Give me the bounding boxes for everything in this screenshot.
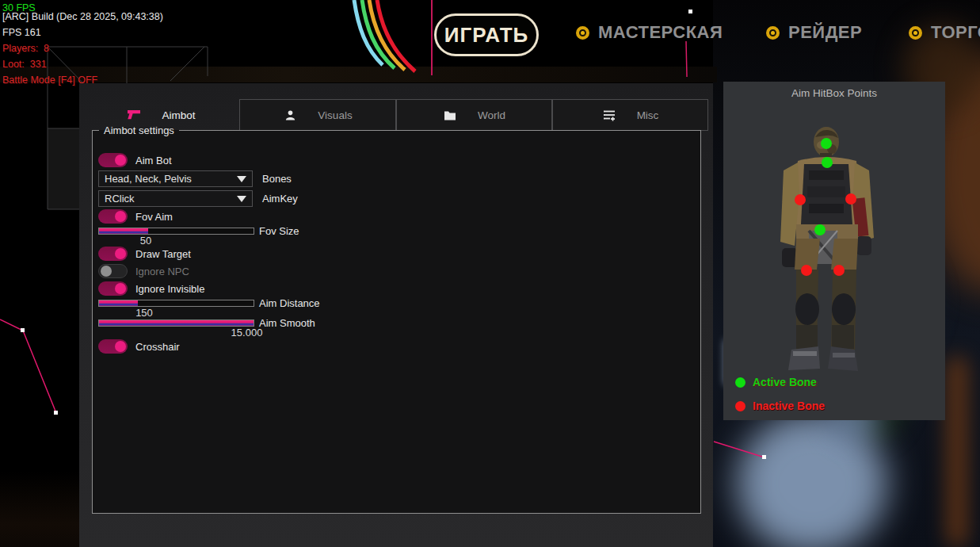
coin-icon bbox=[576, 26, 589, 40]
fov-aim-label: Fov Aim bbox=[135, 211, 173, 223]
chevron-down-icon bbox=[237, 196, 246, 202]
tab-visuals[interactable]: Visuals bbox=[239, 99, 396, 131]
fov-aim-toggle[interactable] bbox=[98, 209, 128, 224]
slider-fill bbox=[99, 300, 138, 306]
person-icon bbox=[283, 109, 297, 121]
players-text: Players: 8 bbox=[2, 40, 163, 56]
toggle-knob bbox=[101, 266, 112, 277]
aimkey-label: AimKey bbox=[262, 193, 298, 205]
ignore-invisible-row: Ignore Invisible bbox=[98, 281, 204, 296]
tab-label: Aimbot bbox=[162, 109, 195, 121]
legend-inactive-bone: Inactive Bone bbox=[735, 400, 825, 412]
fov-aim-row: Fov Aim bbox=[98, 209, 173, 224]
toggle-knob bbox=[115, 341, 126, 352]
aim-distance-row: 150 Aim Distance bbox=[98, 300, 254, 319]
coin-icon bbox=[909, 26, 922, 40]
aim-distance-label: Aim Distance bbox=[259, 297, 320, 309]
fps-text: FPS 161 bbox=[2, 25, 163, 40]
aim-smooth-row: 15.000 Aim Smooth bbox=[98, 319, 254, 339]
hitbox-panel: Aim HitBox Points bbox=[723, 82, 945, 420]
toggle-knob bbox=[115, 155, 126, 166]
coin-icon bbox=[766, 26, 780, 40]
tab-world[interactable]: World bbox=[396, 99, 552, 131]
crosshair-toggle[interactable] bbox=[98, 339, 128, 354]
aim-distance-value: 150 bbox=[124, 307, 164, 319]
ignore-npc-label: Ignore NPC bbox=[135, 266, 189, 277]
inactive-bone-dot-icon bbox=[735, 401, 745, 411]
hitbox-point-head[interactable] bbox=[821, 138, 832, 149]
chevron-down-icon bbox=[237, 176, 246, 182]
play-button[interactable]: ИГРАТЬ bbox=[434, 13, 539, 56]
slider-fill bbox=[99, 228, 148, 234]
hitbox-point-right-hip[interactable] bbox=[833, 265, 845, 276]
left-floor-shadow bbox=[0, 472, 79, 547]
hitbox-point-pelvis[interactable] bbox=[814, 224, 826, 235]
menu-item-label: МАСТЕРСКАЯ bbox=[598, 22, 723, 43]
draw-target-row: Draw Target bbox=[98, 247, 191, 261]
aim-distance-slider[interactable] bbox=[98, 300, 254, 307]
aimkey-dropdown[interactable]: RClick bbox=[98, 190, 253, 207]
toggle-knob bbox=[115, 248, 126, 259]
pistol-icon bbox=[127, 109, 141, 121]
menu-item-label: ТОРГО bbox=[931, 22, 980, 43]
ignore-invisible-toggle[interactable] bbox=[98, 281, 128, 296]
hitbox-point-neck[interactable] bbox=[822, 157, 833, 168]
aimkey-row: RClick AimKey bbox=[98, 190, 298, 207]
crosshair-label: Crosshair bbox=[135, 341, 180, 353]
toggle-knob bbox=[115, 211, 126, 222]
build-text: [ARC] Build (Dec 28 2025, 09:43:38) bbox=[2, 9, 163, 25]
crosshair-row: Crosshair bbox=[98, 339, 180, 354]
hitbox-point-left-hip[interactable] bbox=[801, 265, 812, 276]
menu-item-workshop[interactable]: МАСТЕРСКАЯ bbox=[576, 22, 723, 43]
draw-target-toggle[interactable] bbox=[98, 247, 128, 261]
cheat-menu-panel: Aimbot Visuals World Misc Aimbot setting… bbox=[79, 83, 713, 547]
fov-size-value: 50 bbox=[128, 235, 163, 247]
sliders-icon bbox=[602, 109, 616, 121]
ignore-invisible-label: Ignore Invisible bbox=[135, 283, 204, 295]
draw-target-label: Draw Target bbox=[135, 248, 191, 260]
fov-size-row: 50 Fov Size bbox=[98, 228, 254, 247]
hitbox-panel-title: Aim HitBox Points bbox=[723, 87, 945, 99]
fov-size-label: Fov Size bbox=[259, 225, 299, 237]
aim-bot-toggle[interactable] bbox=[98, 153, 128, 167]
tab-aimbot[interactable]: Aimbot bbox=[83, 99, 239, 131]
aim-smooth-label: Aim Smooth bbox=[259, 317, 315, 329]
aimkey-value: RClick bbox=[99, 193, 237, 205]
legend-label: Active Bone bbox=[753, 376, 817, 388]
active-bone-dot-icon bbox=[735, 377, 745, 388]
legend-label: Inactive Bone bbox=[753, 400, 825, 412]
character-model bbox=[769, 123, 904, 377]
aim-smooth-slider[interactable] bbox=[98, 319, 254, 327]
bones-label: Bones bbox=[262, 173, 292, 185]
legend-active-bone: Active Bone bbox=[735, 376, 817, 388]
loot-text: Loot: 331 bbox=[2, 56, 163, 72]
bones-dropdown[interactable]: Head, Neck, Pelvis bbox=[98, 170, 253, 187]
aim-bot-row: Aim Bot bbox=[98, 153, 172, 167]
tab-misc[interactable]: Misc bbox=[552, 99, 708, 131]
toggle-knob bbox=[115, 283, 126, 294]
menu-item-trader[interactable]: ТОРГО bbox=[909, 22, 980, 43]
tab-label: Misc bbox=[637, 109, 659, 121]
bg-orange-streak bbox=[947, 357, 967, 547]
hitbox-point-left-arm[interactable] bbox=[795, 194, 806, 205]
slider-fill bbox=[99, 320, 254, 326]
tab-label: World bbox=[478, 109, 505, 121]
menu-item-label: РЕЙДЕР bbox=[788, 22, 862, 43]
debug-overlay: 30 FPS [ARC] Build (Dec 28 2025, 09:43:3… bbox=[2, 0, 163, 88]
fov-size-slider[interactable] bbox=[98, 228, 254, 235]
ignore-npc-row: Ignore NPC bbox=[98, 264, 189, 278]
aim-bot-label: Aim Bot bbox=[135, 155, 172, 166]
folder-icon bbox=[443, 109, 457, 121]
bones-row: Head, Neck, Pelvis Bones bbox=[98, 170, 292, 187]
ignore-npc-toggle[interactable] bbox=[98, 264, 128, 278]
bones-value: Head, Neck, Pelvis bbox=[99, 173, 237, 185]
tab-label: Visuals bbox=[318, 109, 352, 121]
menu-item-raider[interactable]: РЕЙДЕР bbox=[766, 22, 862, 43]
hitbox-point-right-arm[interactable] bbox=[845, 193, 856, 205]
